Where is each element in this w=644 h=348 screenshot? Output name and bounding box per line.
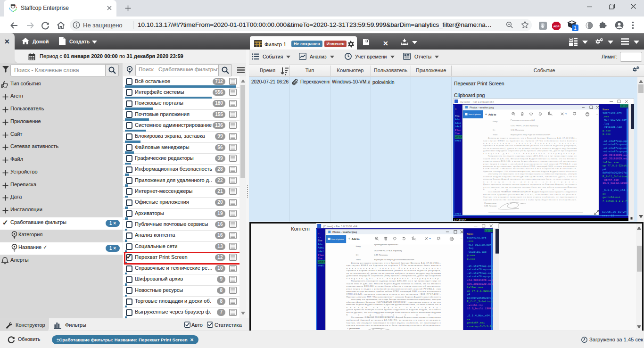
svg-text:-NET-012720.pdf: -NET-012720.pdf (603, 118, 627, 122)
svg-text:weat: weat (318, 264, 324, 267)
svg-text:.log: .log (603, 122, 609, 125)
svg-text:КТПН-6/04кВ, скважины заказчик: КТПН-6/04кВ, скважины заказчика встали и… (347, 293, 441, 295)
svg-text:13.05.20 10:24: 13.05.20 10:24 (602, 210, 627, 214)
svg-text:От:: От: (356, 254, 359, 256)
svg-text:taller.exe: taller.exe (603, 161, 619, 164)
svg-text:при спуске ЮНБК на бурение н: при спуске ЮНБК на бурение на глубине 17… (483, 140, 577, 142)
svg-text:xe: xe (467, 318, 470, 321)
svg-text:up 77.0.1-32bit): up 77.0.1-32bit) (603, 164, 628, 167)
svg-text:Adm: Adm (318, 243, 322, 246)
svg-text:-win64.zip: -win64.zip (603, 178, 619, 182)
svg-text:13:26: 13:26 (485, 229, 494, 232)
svg-text:_6.1.4_Win_x64.): _6.1.4_Win_x64.) (466, 314, 493, 317)
svg-text:Admi: Admi (455, 122, 461, 125)
svg-text:упал лицом в ведро с резьбовой: упал лицом в ведро с резьбовой многокомп… (347, 288, 441, 290)
svg-text:Тема:: Тема: (493, 133, 498, 136)
svg-text:16.0_build.1908): 16.0_build.1908) (603, 182, 628, 185)
svg-text:-vivaldi.log: -vivaldi.log (603, 125, 622, 129)
svg-text:8d4b97a0629e97c): 8d4b97a0629e97c) (467, 297, 493, 300)
svg-text:Далее приехала полиция начали: Далее приехала полиция начали одевать на… (483, 183, 577, 185)
svg-text:Кому:: Кому: (356, 245, 361, 248)
svg-text:weat: weat (318, 260, 325, 264)
svg-text:Причина в обрыве шланга пневмо: Причина в обрыве шланга пневмолинии (зам… (483, 144, 577, 147)
svg-text:weat: weat (455, 140, 461, 142)
svg-text:gentx64.msi: gentx64.msi (603, 196, 620, 199)
svg-text:Name: Name (603, 108, 609, 111)
svg-text:x64.20181029.ms): x64.20181029.ms) (467, 279, 493, 282)
svg-text:weat: weat (455, 135, 462, 139)
svg-text:-NET-012720.pdf: -NET-012720.pdf (467, 243, 491, 247)
svg-text:при спуске ЮНБК на бурение н: при спуске ЮНБК на бурение на глубине 17… (347, 264, 441, 266)
svg-text:+: + (485, 113, 487, 116)
svg-text:-win64.zip: -win64.zip (467, 304, 483, 307)
svg-text:его не удалось, так как сотруд: его не удалось, так как сотрудники полиц… (483, 186, 577, 188)
svg-text:Руководителю проекта№1: Руководителю проекта№1 (511, 119, 535, 121)
svg-text:16.0_build.1908): 16.0_build.1908) (467, 307, 493, 310)
svg-text:weat: weat (455, 213, 461, 215)
svg-text:P_full_Solution): P_full_Solution) (603, 175, 628, 178)
svg-text:gentx64.msi: gentx64.msi (467, 321, 485, 324)
svg-text:Далее приехала полиция начали: Далее приехала полиция начали одевать на… (347, 308, 441, 311)
svg-text:С уважением: С уважением (484, 202, 496, 204)
svg-text:p.exe: p.exe (603, 129, 611, 133)
svg-text:Со словами «ЁВАНЫЕ ПНЕВМОШЛАН: Со словами «ЁВАНЫЕ ПНЕВМОШЛАНГИ» Андрей … (351, 316, 441, 318)
svg-text:механик Беднов Андрей занималс: механик Беднов Андрей занимался русским … (483, 178, 577, 180)
svg-text:8d4b97a0629e97c): 8d4b97a0629e97c) (603, 171, 628, 174)
svg-text:Adm: Adm (455, 118, 460, 121)
svg-text:Вариации на тему «Где же пневм: Вариации на тему «Где же пневмошланги» (374, 258, 414, 261)
svg-text:.log: .log (467, 247, 473, 250)
svg-text:давлением повредило энергоблок: давлением повредило энергоблок (ЛГМ) про… (483, 149, 577, 152)
svg-text:The: The (318, 239, 322, 242)
svg-text:Приехал электрик ТПП «Покачевн: Приехал электрик ТПП «Покачевнефтегаз», … (483, 170, 577, 173)
svg-text:выскочил из рук механика, проб: выскочил из рук механика, пробил кабель … (483, 165, 577, 167)
svg-text:мобильной буровой установки АЕ: мобильной буровой установки АЕ-520 RU, о… (347, 319, 441, 321)
svg-text:От:: От: (493, 129, 495, 131)
svg-text:ers: 15 ──: ers: 15 ── (602, 214, 619, 217)
svg-text:-at-staffcop.pp): -at-staffcop.pp) (603, 140, 628, 143)
svg-text:Plan: Plan (455, 129, 461, 132)
svg-text:p4: p4 (467, 293, 470, 296)
svg-text:Photos - weather.jpeg: Photos - weather.jpeg (470, 106, 494, 109)
svg-text:механик Беднов Андрей занималс: механик Беднов Андрей занимался русским … (347, 303, 441, 306)
svg-text:p.exe: p.exe (467, 257, 475, 261)
svg-text:С.М. Потапова: С.М. Потапова (511, 129, 524, 131)
svg-text:С.М. Потапов: С.М. Потапов (484, 205, 497, 207)
svg-text:Admi: Admi (318, 246, 324, 249)
svg-text:13:26: 13:26 (620, 105, 628, 108)
svg-text:Тема:: Тема: (356, 258, 361, 261)
svg-text:но не исполняется), далее из-з: но не исполняется), далее из-за резкого … (347, 272, 441, 274)
svg-text:.exe: .exe (603, 115, 609, 118)
svg-text:r-setup-3-2-2-7): r-setup-3-2-2-7) (603, 199, 628, 203)
svg-text:выскочил из рук механика, проб: выскочил из рук механика, пробил кабель … (347, 290, 441, 292)
svg-text:нашли ключ от ДЭС-100. Механик: нашли ключ от ДЭС-100. Механик Беднов Ан… (483, 157, 577, 160)
svg-text:ABP: ABP (553, 25, 559, 28)
svg-text:Приехал электрик ТПП «Покачевн: Приехал электрик ТПП «Покачевнефтегаз», … (347, 296, 441, 298)
svg-text:twareInc.crt: twareInc.crt (467, 236, 486, 240)
svg-text:(C:\test) - Far 3.0.5100 x64: (C:\test) - Far 3.0.5100 x64 (323, 225, 357, 228)
svg-text:его не удалось, так как сотруд: его не удалось, так как сотрудники полиц… (347, 311, 441, 314)
svg-text:xe: xe (603, 192, 606, 196)
svg-text:p.exe: p.exe (603, 133, 611, 136)
svg-text:Предпринята последняя надежда: Предпринята последняя надежда запуск ДЭС… (351, 280, 441, 282)
svg-text:n: n (455, 108, 456, 111)
svg-text:b4a1: b4a1 (318, 250, 324, 253)
svg-text:Считаю, что инцидент произошел: Считаю, что инцидент произошел по вине о… (347, 322, 441, 324)
svg-text:(C:\test) - Far 3.0.5100 x64: (C:\test) - Far 3.0.5100 x64 (460, 100, 495, 103)
svg-text:Предпринята последняя надежда: Предпринята последняя надежда запуск ДЭС… (488, 155, 577, 157)
svg-text:С.М. Потапова: С.М. Потапова (374, 254, 388, 256)
svg-text:но не исполняется), далее из-з: но не исполняется), далее из-за резкого … (483, 147, 577, 149)
svg-text:+: + (348, 237, 350, 240)
svg-text:up 77.0.1-32bit): up 77.0.1-32bit) (467, 290, 493, 293)
svg-text:P_full_Solution): P_full_Solution) (467, 300, 493, 303)
svg-text:Вариации на тему «Где же пневм: Вариации на тему «Где же пневмошланги» (511, 133, 551, 136)
svg-text:ООО «НГРС-1» А.В. Ефимову: ООО «НГРС-1» А.В. Ефимову (374, 249, 402, 252)
svg-text:See all photos: See all photos (331, 238, 344, 240)
svg-text:входную дверь ДЭС-100, и когда: входную дверь ДЭС-100, и когда бежал обр… (347, 285, 441, 287)
svg-text:Name: Name (467, 232, 473, 236)
svg-text:x64.20181029.ms): x64.20181029.ms) (603, 154, 628, 157)
svg-text:r-setup-3-2-2-7): r-setup-3-2-2-7) (467, 325, 493, 328)
svg-text:x86.20181029.ms): x86.20181029.ms) (467, 282, 493, 286)
svg-text:нужном количестве пневмошланги: нужном количестве пневмошланги и базы пр… (483, 199, 577, 201)
svg-text:Photos - weather.jpeg: Photos - weather.jpeg (332, 231, 357, 233)
svg-text:-at-staffcop-os): -at-staffcop-os) (603, 147, 628, 150)
